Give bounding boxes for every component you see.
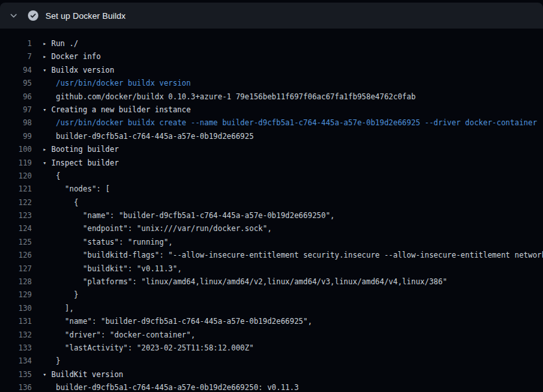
check-circle-icon — [28, 10, 38, 21]
line-number[interactable]: 121 — [0, 182, 32, 195]
line-number[interactable]: 7 — [0, 50, 32, 63]
log-line: 128 "platforms": "linux/amd64,linux/amd6… — [0, 275, 543, 288]
line-number[interactable]: 123 — [0, 209, 32, 222]
line-text: "name": "builder-d9cfb5a1-c764-445a-a57e… — [51, 209, 335, 222]
line-number[interactable]: 124 — [0, 222, 32, 235]
line-number[interactable]: 130 — [0, 302, 32, 315]
toggle-arrow-icon — [43, 236, 51, 249]
toggle-arrow-icon — [43, 315, 51, 328]
line-text: Run ./ — [51, 37, 79, 50]
line-text: "platforms": "linux/amd64,linux/amd64/v2… — [51, 275, 447, 288]
line-number[interactable]: 133 — [0, 341, 32, 354]
line-number[interactable]: 129 — [0, 288, 32, 301]
line-number[interactable]: 99 — [0, 130, 32, 143]
line-text: BuildKit version — [51, 368, 123, 381]
line-text: ], — [51, 302, 74, 315]
log-line: 122 { — [0, 196, 543, 209]
line-number[interactable]: 96 — [0, 90, 32, 103]
line-text: builder-d9cfb5a1-c764-445a-a57e-0b19d2e6… — [51, 130, 254, 143]
toggle-arrow-icon — [43, 341, 51, 354]
log-line[interactable]: 135 ▾ BuildKit version — [0, 368, 543, 381]
line-number[interactable]: 127 — [0, 262, 32, 275]
log-line: 99 builder-d9cfb5a1-c764-445a-a57e-0b19d… — [0, 130, 543, 143]
log-line[interactable]: 97 ▾ Creating a new builder instance — [0, 103, 543, 116]
log-line: 95 /usr/bin/docker buildx version — [0, 77, 543, 90]
toggle-arrow-icon — [43, 288, 51, 301]
group-expanded-arrow-icon: ▾ — [43, 156, 51, 169]
toggle-arrow-icon — [43, 209, 51, 222]
line-number[interactable]: 98 — [0, 116, 32, 129]
log-line: 121 "nodes": [ — [0, 182, 543, 195]
line-number[interactable]: 134 — [0, 354, 32, 367]
line-number[interactable]: 1 — [0, 37, 32, 50]
log-line: 134 } — [0, 354, 543, 367]
log-line: 96 github.com/docker/buildx 0.10.3+azure… — [0, 90, 543, 103]
line-number[interactable]: 122 — [0, 196, 32, 209]
toggle-arrow-icon — [43, 302, 51, 315]
line-text: { — [51, 196, 79, 209]
log-line: 123 "name": "builder-d9cfb5a1-c764-445a-… — [0, 209, 543, 222]
log-line[interactable]: 94 ▾ Buildx version — [0, 64, 543, 77]
toggle-arrow-icon — [43, 275, 51, 288]
line-number[interactable]: 95 — [0, 77, 32, 90]
log-line: 124 "endpoint": "unix:///var/run/docker.… — [0, 222, 543, 235]
line-number[interactable]: 100 — [0, 143, 32, 156]
toggle-arrow-icon — [43, 222, 51, 235]
toggle-arrow-icon — [43, 130, 51, 143]
line-text: Docker info — [51, 50, 101, 63]
line-number[interactable]: 97 — [0, 103, 32, 116]
log-line: 133 "lastActivity": "2023-02-25T11:58:12… — [0, 341, 543, 354]
step-title: Set up Docker Buildx — [45, 11, 125, 21]
toggle-arrow-icon — [43, 328, 51, 341]
line-number[interactable]: 126 — [0, 249, 32, 262]
log-line: 130 ], — [0, 302, 543, 315]
line-text: "status": "running", — [51, 236, 173, 249]
line-number[interactable]: 128 — [0, 275, 32, 288]
chevron-down-icon[interactable] — [8, 11, 18, 21]
group-expanded-arrow-icon: ▾ — [43, 64, 51, 77]
line-number[interactable]: 120 — [0, 169, 32, 182]
log-line: 120 { — [0, 169, 543, 182]
log-line: 129 } — [0, 288, 543, 301]
line-text: } — [51, 354, 60, 367]
log-line[interactable]: 1 ▸ Run ./ — [0, 37, 543, 50]
toggle-arrow-icon — [43, 354, 51, 367]
line-text: "buildkit": "v0.11.3", — [51, 262, 182, 275]
line-text: Buildx version — [51, 64, 114, 77]
line-number[interactable]: 131 — [0, 315, 32, 328]
line-text: /usr/bin/docker buildx create --name bui… — [51, 116, 537, 129]
log-line: 98 /usr/bin/docker buildx create --name … — [0, 116, 543, 129]
toggle-arrow-icon — [43, 90, 51, 103]
toggle-arrow-icon — [43, 182, 51, 195]
line-number[interactable]: 119 — [0, 156, 32, 169]
line-text: Inspect builder — [51, 156, 119, 169]
log-line: 126 "buildkitd-flags": "--allow-insecure… — [0, 249, 543, 262]
line-text: { — [51, 169, 60, 182]
line-number[interactable]: 125 — [0, 236, 32, 249]
line-text: "lastActivity": "2023-02-25T11:58:12.000… — [51, 341, 254, 354]
line-text: "driver": "docker-container", — [51, 328, 196, 341]
line-number[interactable]: 132 — [0, 328, 32, 341]
step-header[interactable]: Set up Docker Buildx — [0, 3, 543, 29]
log-line: 125 "status": "running", — [0, 236, 543, 249]
line-text: "name": "builder-d9cfb5a1-c764-445a-a57e… — [51, 315, 312, 328]
toggle-arrow-icon — [43, 116, 51, 129]
line-number[interactable]: 94 — [0, 64, 32, 77]
line-number[interactable]: 136 — [0, 381, 32, 392]
group-expanded-arrow-icon: ▾ — [43, 368, 51, 381]
group-collapsed-arrow-icon: ▸ — [43, 50, 51, 63]
line-text: /usr/bin/docker buildx version — [51, 77, 191, 90]
toggle-arrow-icon — [43, 262, 51, 275]
line-text: "buildkitd-flags": "--allow-insecure-ent… — [51, 249, 543, 262]
group-collapsed-arrow-icon: ▸ — [43, 143, 51, 156]
line-text: "nodes": [ — [51, 182, 110, 195]
log-line: 131 "name": "builder-d9cfb5a1-c764-445a-… — [0, 315, 543, 328]
toggle-arrow-icon — [43, 77, 51, 90]
log-line[interactable]: 100 ▸ Booting builder — [0, 143, 543, 156]
log-line: 127 "buildkit": "v0.11.3", — [0, 262, 543, 275]
toggle-arrow-icon — [43, 249, 51, 262]
line-number[interactable]: 135 — [0, 368, 32, 381]
log-line[interactable]: 7 ▸ Docker info — [0, 50, 543, 63]
log-line: 136 builder-d9cfb5a1-c764-445a-a57e-0b19… — [0, 381, 543, 392]
log-line[interactable]: 119 ▾ Inspect builder — [0, 156, 543, 169]
